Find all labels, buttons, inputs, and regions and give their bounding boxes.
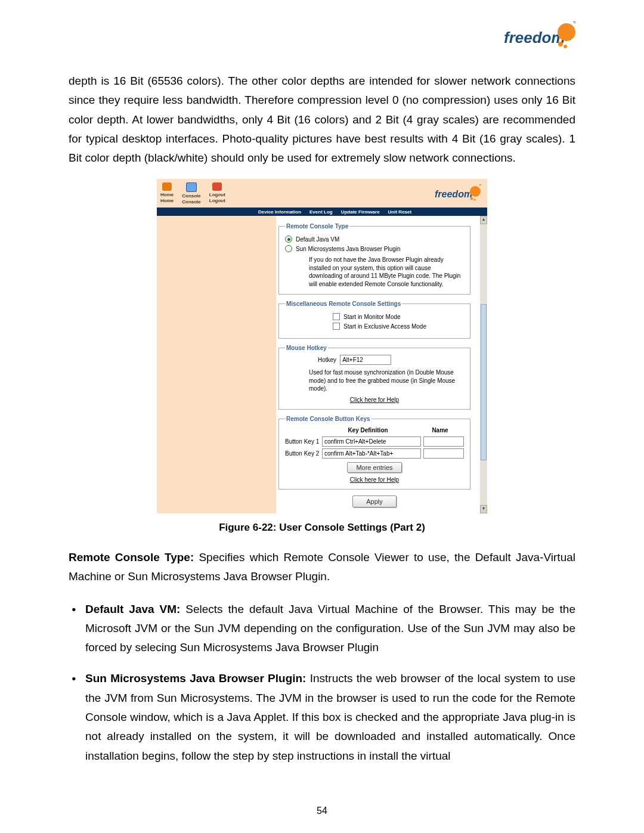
console-icon: [186, 182, 197, 192]
svg-point-6: [470, 186, 481, 197]
screenshot-body: Remote Console Type Default Java VM Sun …: [157, 216, 487, 513]
col-key-definition: Key Definition: [320, 427, 416, 433]
intro-paragraph: depth is 16 Bit (65536 colors). The othe…: [69, 72, 575, 168]
svg-text:freedom: freedom: [504, 29, 565, 47]
remote-console-type-paragraph: Remote Console Type: Specifies which Rem…: [69, 548, 575, 587]
home-icon: [162, 182, 172, 191]
document-page: freedom ™ depth is 16 Bit (65536 colors)…: [0, 0, 644, 833]
remote-console-type-heading: Remote Console Type:: [69, 551, 194, 563]
nav-console[interactable]: Console Console: [182, 182, 201, 205]
freedom-logo-icon: freedom ™: [504, 19, 575, 52]
checkbox-icon: [333, 313, 340, 320]
nav-home-label: Home: [160, 199, 174, 203]
button-key-2-label: Button Key 2: [285, 450, 320, 457]
checkbox-exclusive-mode[interactable]: Start in Exclusive Access Mode: [333, 323, 464, 330]
button-keys-help-link[interactable]: Click here for Help: [285, 476, 464, 483]
list-item: Sun Microsystems Java Browser Plugin: In…: [85, 669, 575, 765]
remote-console-type-note: If you do not have the Java Browser Plug…: [309, 256, 464, 288]
table-row: Button Key 1: [285, 436, 464, 447]
nav-logout-label: Logout: [209, 199, 225, 203]
remote-console-type-legend: Remote Console Type: [285, 223, 349, 230]
screenshot-header: Home Home Console Console Logout Logout …: [157, 179, 487, 208]
scroll-thumb[interactable]: [481, 304, 487, 460]
page-number: 54: [0, 806, 644, 816]
nav-home-small: Home: [160, 193, 174, 197]
nav-home[interactable]: Home Home: [160, 182, 174, 205]
button-keys-group: Remote Console Button Keys Key Definitio…: [278, 416, 470, 490]
scroll-up-icon[interactable]: ▴: [480, 216, 487, 224]
logout-icon: [212, 182, 222, 191]
hotkey-label: Hotkey: [318, 357, 336, 363]
apply-button[interactable]: Apply: [352, 496, 397, 507]
button-key-2-name-input[interactable]: [423, 448, 464, 459]
nav-console-label: Console: [182, 200, 201, 205]
menu-update-firmware[interactable]: Update Firmware: [341, 209, 380, 215]
mouse-hotkey-help-link[interactable]: Click here for Help: [285, 397, 464, 403]
svg-text:™: ™: [572, 20, 575, 26]
nav-logout[interactable]: Logout Logout: [209, 182, 225, 205]
hotkey-input[interactable]: [340, 355, 391, 365]
nav-logout-small: Logout: [209, 193, 225, 197]
radio-sun-plugin-label: Sun Microsystems Java Browser Plugin: [296, 246, 401, 252]
misc-settings-legend: Miscellaneous Remote Console Settings: [285, 301, 402, 307]
screenshot-menu-bar: Device Information Event Log Update Firm…: [157, 208, 487, 216]
checkbox-monitor-mode-label: Start in Monitor Mode: [343, 314, 401, 320]
menu-device-information[interactable]: Device Information: [258, 209, 301, 215]
more-entries-button[interactable]: More entries: [347, 462, 401, 473]
mouse-hotkey-group: Mouse Hotkey Hotkey Used for fast mouse …: [278, 345, 470, 410]
svg-point-3: [564, 45, 567, 48]
brand-logo: freedom ™: [504, 19, 575, 52]
sun-plugin-text: Instructs the web browser of the local s…: [85, 672, 575, 761]
svg-point-8: [473, 199, 475, 201]
freedom-logo-small-icon: freedom ™: [435, 183, 481, 203]
menu-unit-reset[interactable]: Unit Reset: [388, 209, 412, 215]
screenshot-right: Remote Console Type Default Java VM Sun …: [276, 216, 487, 513]
radio-icon: [285, 236, 292, 243]
table-row: Button Key 2: [285, 448, 464, 459]
screenshot-figure: Home Home Console Console Logout Logout …: [157, 179, 487, 513]
svg-point-7: [470, 197, 473, 200]
radio-default-java-vm[interactable]: Default Java VM: [285, 236, 464, 243]
sun-plugin-heading: Sun Microsystems Java Browser Plugin:: [85, 672, 306, 685]
button-key-1-label: Button Key 1: [285, 438, 320, 445]
misc-settings-group: Miscellaneous Remote Console Settings St…: [278, 301, 470, 339]
checkbox-exclusive-mode-label: Start in Exclusive Access Mode: [343, 323, 426, 330]
mouse-hotkey-legend: Mouse Hotkey: [285, 345, 328, 351]
menu-event-log[interactable]: Event Log: [309, 209, 333, 215]
svg-text:freedom: freedom: [435, 189, 472, 199]
radio-icon: [285, 245, 292, 252]
screenshot-nav: Home Home Console Console Logout Logout: [160, 182, 225, 205]
radio-sun-plugin[interactable]: Sun Microsystems Java Browser Plugin: [285, 245, 464, 252]
svg-point-2: [558, 42, 563, 47]
scrollbar[interactable]: ▴ ▾: [480, 216, 487, 513]
mouse-hotkey-note: Used for fast mouse synchronization (in …: [309, 368, 464, 393]
bullet-list: Default Java VM: Selects the default Jav…: [69, 600, 575, 766]
checkbox-monitor-mode[interactable]: Start in Monitor Mode: [333, 313, 464, 320]
help-link-text: Click here for Help: [350, 476, 399, 483]
figure-caption: Figure 6-22: User Console Settings (Part…: [69, 522, 575, 534]
button-key-1-name-input[interactable]: [423, 436, 464, 447]
button-key-1-definition-input[interactable]: [322, 436, 421, 447]
button-keys-legend: Remote Console Button Keys: [285, 416, 371, 422]
remote-console-type-group: Remote Console Type Default Java VM Sun …: [278, 223, 470, 295]
col-name: Name: [416, 427, 464, 433]
screenshot-left-gutter: [157, 216, 276, 513]
checkbox-icon: [333, 323, 340, 330]
button-keys-header: Key Definition Name: [285, 426, 464, 435]
default-java-vm-heading: Default Java VM:: [85, 603, 180, 615]
scroll-down-icon[interactable]: ▾: [480, 505, 487, 513]
help-link-text: Click here for Help: [350, 397, 399, 403]
screenshot-panel: Remote Console Type Default Java VM Sun …: [276, 216, 480, 513]
button-key-2-definition-input[interactable]: [322, 448, 421, 459]
radio-default-java-vm-label: Default Java VM: [296, 236, 339, 243]
screenshot-brand-logo: freedom ™: [435, 183, 481, 203]
nav-console-small: Console: [182, 194, 201, 199]
svg-text:™: ™: [479, 184, 481, 187]
list-item: Default Java VM: Selects the default Jav…: [85, 600, 575, 658]
